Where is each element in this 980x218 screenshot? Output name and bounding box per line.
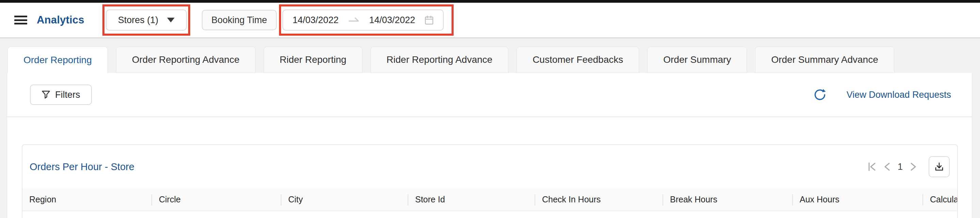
date-range-start[interactable]: 14/03/2022 [293,15,339,25]
tab-order-summary-advance[interactable]: Order Summary Advance [755,46,894,73]
filters-label: Filters [55,90,80,100]
hamburger-menu-icon[interactable] [14,16,27,24]
app-header: Analytics Stores (1) Booking Time 14/03/… [0,3,980,38]
tab-order-reporting-advance[interactable]: Order Reporting Advance [116,46,256,73]
view-download-requests-link[interactable]: View Download Requests [846,90,951,100]
date-range-end[interactable]: 14/03/2022 [369,15,415,25]
table-body-empty-row [22,211,957,218]
booking-time-label: Booking Time [211,15,267,25]
window-top-bar [0,0,980,3]
next-page-icon[interactable] [910,162,917,172]
tab-order-summary[interactable]: Order Summary [647,46,747,73]
current-page-number[interactable]: 1 [898,162,903,172]
swap-right-arrow-icon [348,16,360,24]
annotation-box-stores: Stores (1) [102,5,191,36]
tab-order-reporting[interactable]: Order Reporting [8,46,108,73]
tab-customer-feedbacks[interactable]: Customer Feedbacks [517,46,639,73]
date-range-picker[interactable]: 14/03/2022 14/03/2022 [282,9,444,30]
tab-rider-reporting[interactable]: Rider Reporting [264,46,363,73]
booking-time-button[interactable]: Booking Time [202,10,277,30]
column-header-calculated[interactable]: Calcula [923,188,958,210]
page-title: Analytics [37,14,84,26]
toolbar: Filters View Download Requests [7,73,972,117]
table-header-row: Region Circle City Store Id Check In Hou… [22,188,957,211]
first-page-icon[interactable] [868,162,877,172]
filters-button[interactable]: Filters [30,85,92,105]
download-icon [934,162,944,172]
stores-dropdown-label: Stores (1) [118,15,159,25]
report-tabs: Order Reporting Order Reporting Advance … [8,46,894,73]
column-header-break-hours[interactable]: Break Hours [662,188,792,210]
filter-funnel-icon [41,90,50,99]
stores-dropdown-button[interactable]: Stores (1) [106,9,187,30]
download-button[interactable] [929,156,950,177]
column-header-circle[interactable]: Circle [151,188,281,210]
calendar-icon[interactable] [425,15,434,25]
tab-rider-reporting-advance[interactable]: Rider Reporting Advance [371,46,508,73]
column-header-city[interactable]: City [281,188,408,210]
card-title: Orders Per Hour - Store [30,161,134,172]
pagination: 1 [868,156,950,177]
chevron-down-icon [167,17,175,22]
column-header-aux-hours[interactable]: Aux Hours [792,188,923,210]
column-header-region[interactable]: Region [22,188,151,210]
card-header: Orders Per Hour - Store 1 [22,145,957,188]
column-header-check-in-hours[interactable]: Check In Hours [535,188,662,210]
prev-page-icon[interactable] [883,162,891,172]
annotation-box-daterange: 14/03/2022 14/03/2022 [279,5,453,36]
orders-per-hour-card: Orders Per Hour - Store 1 Regi [22,144,958,218]
column-header-store-id[interactable]: Store Id [408,188,535,210]
refresh-icon[interactable] [813,88,827,101]
